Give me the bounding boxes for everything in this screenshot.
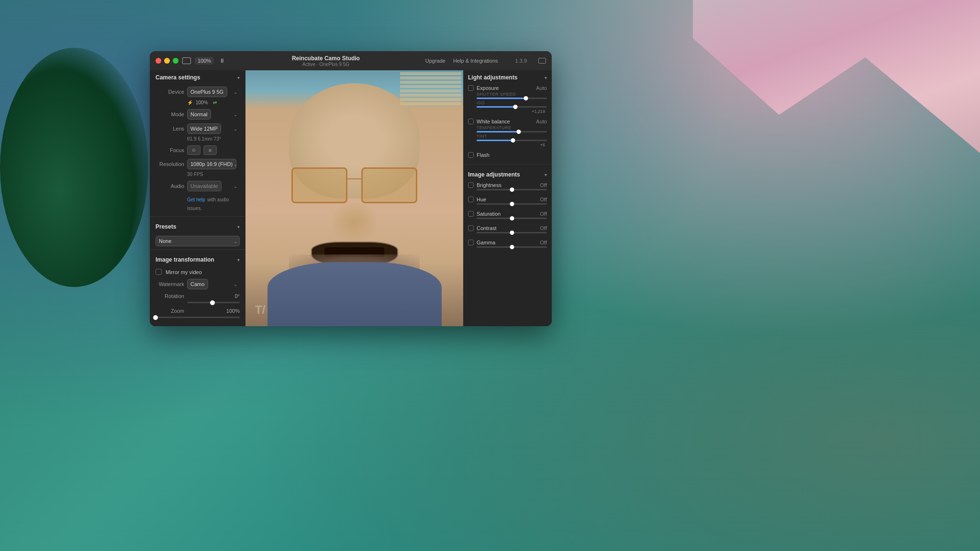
contrast-item: Contrast Off bbox=[463, 223, 552, 237]
minimize-button[interactable] bbox=[164, 58, 170, 64]
pause-button[interactable]: ⏸ bbox=[218, 56, 226, 65]
hue-header: Hue Off bbox=[468, 197, 547, 202]
upgrade-button[interactable]: Upgrade bbox=[425, 58, 445, 64]
fps-label: 30 FPS bbox=[150, 171, 245, 179]
flash-label: Flash bbox=[477, 152, 547, 158]
rotation-slider-thumb[interactable] bbox=[210, 300, 215, 305]
brightness-value: Off bbox=[540, 182, 547, 188]
temperature-thumb[interactable] bbox=[517, 130, 521, 134]
watermark-select[interactable]: Camo bbox=[187, 279, 208, 289]
blind-slat bbox=[400, 77, 462, 79]
light-adjustments-header[interactable]: Light adjustments ▾ bbox=[463, 70, 552, 83]
left-panel: Camera settings ▾ Device OnePlus 9 5G ⚡ … bbox=[150, 70, 245, 326]
brightness-track bbox=[477, 189, 547, 190]
device-select[interactable]: OnePlus 9 5G bbox=[187, 87, 227, 97]
version-label: 1.3.9 bbox=[515, 58, 527, 64]
white-balance-value: Auto bbox=[536, 119, 547, 124]
focus-sliders-button[interactable]: ≡ bbox=[203, 145, 217, 155]
audio-help-link[interactable]: Get help bbox=[187, 197, 205, 202]
image-adjustments-header[interactable]: Image adjustments ▾ bbox=[463, 167, 552, 180]
zoom-slider-thumb[interactable] bbox=[153, 315, 158, 320]
tint-slider bbox=[468, 140, 547, 141]
lens-select[interactable]: Wide 12MP bbox=[187, 123, 221, 134]
zoom-row: Zoom 100% bbox=[150, 306, 245, 316]
traffic-lights bbox=[156, 58, 178, 64]
camera-settings-title: Camera settings bbox=[156, 74, 200, 81]
battery-icon: ⚡ bbox=[187, 100, 193, 105]
titlebar: 100% ⏸ Reincubate Camo Studio Active · O… bbox=[150, 51, 552, 70]
video-watermark: T/ bbox=[255, 303, 265, 317]
contrast-label: Contrast bbox=[477, 225, 537, 231]
focus-controls: ⊙ ≡ bbox=[187, 145, 240, 155]
section-divider-2 bbox=[150, 249, 245, 250]
tint-track bbox=[477, 140, 547, 141]
watermark-select-wrapper: Camo bbox=[187, 279, 240, 289]
help-integrations-button[interactable]: Help & Integrations bbox=[453, 58, 498, 64]
tint-value-label: +6 bbox=[468, 143, 547, 147]
image-adjustments-chevron: ▾ bbox=[545, 172, 547, 177]
window-body: Camera settings ▾ Device OnePlus 9 5G ⚡ … bbox=[150, 70, 552, 326]
saturation-thumb[interactable] bbox=[510, 216, 514, 220]
saturation-value: Off bbox=[540, 211, 547, 217]
video-preview: T/ bbox=[245, 70, 463, 326]
image-transformation-header[interactable]: Image transformation ▾ bbox=[150, 253, 245, 267]
white-balance-checkbox[interactable] bbox=[468, 119, 474, 124]
gamma-value: Off bbox=[540, 240, 547, 245]
mode-select-wrapper: Normal bbox=[187, 109, 240, 120]
gamma-track bbox=[477, 246, 547, 248]
mirror-checkbox[interactable] bbox=[156, 269, 162, 275]
brightness-checkbox[interactable] bbox=[468, 182, 474, 188]
shutter-speed-sublabel: SHUTTER SPEED bbox=[468, 92, 547, 97]
brightness-thumb[interactable] bbox=[510, 187, 514, 192]
saturation-checkbox[interactable] bbox=[468, 211, 474, 217]
resolution-select[interactable]: 1080p 16:9 (FHD) bbox=[187, 159, 236, 169]
watermark-label: Watermark bbox=[156, 281, 184, 287]
layout-icon[interactable] bbox=[538, 58, 546, 64]
device-select-wrapper: OnePlus 9 5G bbox=[187, 87, 240, 97]
audio-select[interactable]: Unavailable bbox=[187, 181, 222, 191]
presets-header[interactable]: Presets ▾ bbox=[150, 220, 245, 234]
titlebar-center: Reincubate Camo Studio Active · OnePlus … bbox=[230, 55, 422, 67]
iso-slider bbox=[468, 106, 547, 108]
lens-info: f/1.9 6.1mm 73° bbox=[150, 136, 245, 143]
camera-settings-header[interactable]: Camera settings ▾ bbox=[150, 70, 245, 85]
resolution-select-wrapper: 1080p 16:9 (FHD) bbox=[187, 159, 240, 169]
zoom-slider-row bbox=[150, 316, 245, 321]
shutter-speed-track bbox=[477, 98, 547, 99]
shutter-speed-thumb[interactable] bbox=[523, 96, 528, 100]
tint-thumb[interactable] bbox=[511, 138, 515, 143]
hue-checkbox[interactable] bbox=[468, 197, 474, 202]
lens-row: Lens Wide 12MP bbox=[150, 121, 245, 136]
blind-slat bbox=[400, 102, 462, 105]
close-button[interactable] bbox=[156, 58, 161, 64]
mode-select[interactable]: Normal bbox=[187, 109, 211, 120]
audio-label: Audio bbox=[156, 183, 184, 189]
hue-thumb[interactable] bbox=[510, 202, 514, 206]
fullscreen-button[interactable] bbox=[173, 58, 178, 64]
zoom-slider-track bbox=[156, 317, 240, 318]
gamma-item: Gamma Off bbox=[463, 237, 552, 252]
hue-item: Hue Off bbox=[463, 194, 552, 209]
light-adjustments-title: Light adjustments bbox=[468, 74, 517, 81]
rotation-slider-row bbox=[150, 301, 245, 306]
bg-tree bbox=[0, 48, 148, 287]
window-layout-icon[interactable] bbox=[182, 57, 191, 64]
blind-slat bbox=[400, 94, 462, 97]
flash-checkbox[interactable] bbox=[468, 152, 474, 158]
iso-thumb[interactable] bbox=[513, 105, 517, 109]
iso-sublabel: ISO bbox=[468, 100, 547, 105]
presets-select[interactable]: None bbox=[156, 236, 240, 246]
exposure-checkbox[interactable] bbox=[468, 85, 474, 91]
temperature-slider bbox=[468, 131, 547, 132]
rotation-value: 0° bbox=[234, 293, 240, 299]
resolution-label: Resolution bbox=[156, 161, 184, 167]
focus-auto-button[interactable]: ⊙ bbox=[187, 145, 200, 155]
gamma-checkbox[interactable] bbox=[468, 240, 474, 245]
right-divider-1 bbox=[463, 164, 552, 165]
gamma-thumb[interactable] bbox=[510, 245, 514, 249]
contrast-thumb[interactable] bbox=[510, 231, 514, 235]
exposure-label: Exposure bbox=[477, 85, 533, 91]
brightness-slider bbox=[468, 189, 547, 190]
zoom-level[interactable]: 100% bbox=[195, 57, 214, 65]
contrast-checkbox[interactable] bbox=[468, 225, 474, 231]
